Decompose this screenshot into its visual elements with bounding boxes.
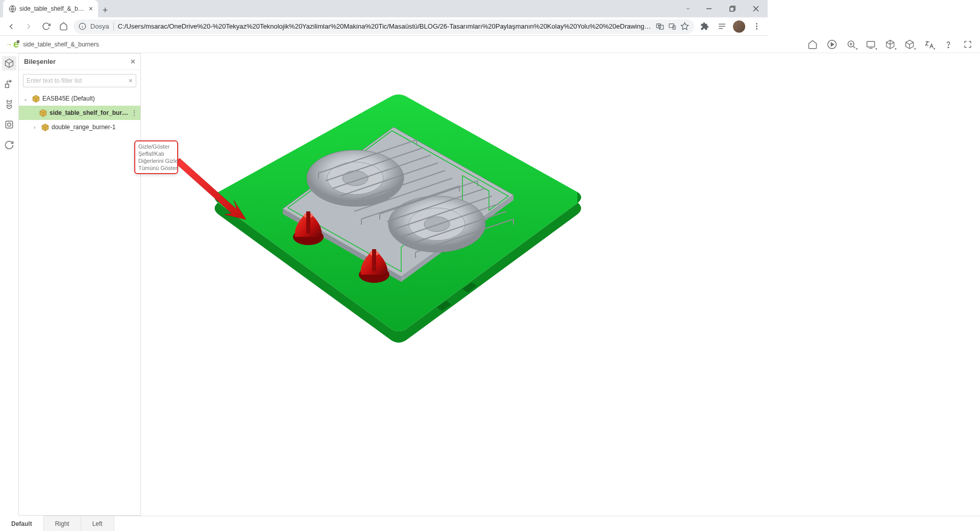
- close-panel-icon[interactable]: ×: [131, 57, 135, 66]
- assembly-icon: [31, 94, 40, 103]
- explode-tool-button[interactable]: [2, 97, 16, 111]
- send-to-devices-icon[interactable]: [668, 22, 676, 31]
- new-tab-button[interactable]: +: [98, 3, 112, 17]
- part-icon: [40, 123, 50, 132]
- svg-rect-29: [6, 121, 12, 128]
- svg-rect-9: [659, 25, 664, 29]
- tree-item-label: double_range_burner-1: [52, 124, 137, 131]
- edrawings-logo: →e: [5, 38, 19, 50]
- collapse-icon[interactable]: ⌄: [22, 96, 29, 102]
- svg-point-18: [756, 28, 757, 30]
- panel-title: Bileşenler: [24, 58, 56, 65]
- rotate-tool-button[interactable]: [2, 138, 16, 152]
- viewer-body: Bileşenler × × ⌄ EASB45E (Default) side_…: [0, 53, 768, 417]
- browser-titlebar: side_table_shelf_&_burners.html × +: [0, 0, 768, 17]
- home-button[interactable]: [56, 19, 70, 34]
- browser-address-bar: Dosya C:/Users/msarac/OneDrive%20-%20Tek…: [0, 17, 768, 36]
- reading-list-icon[interactable]: [715, 19, 729, 34]
- globe-icon: [8, 5, 16, 13]
- bookmark-icon[interactable]: [680, 22, 689, 31]
- browser-tab[interactable]: side_table_shelf_&_burners.html ×: [3, 0, 98, 17]
- panel-header: Bileşenler ×: [19, 54, 140, 70]
- left-toolstrip: [0, 53, 18, 417]
- tree-item-label: side_table_shelf_for_burner-1: [50, 109, 129, 116]
- svg-point-30: [8, 123, 11, 127]
- row-more-icon[interactable]: ⋮: [131, 109, 137, 116]
- tree-row[interactable]: › double_range_burner-1: [19, 120, 140, 134]
- 3d-canvas[interactable]: [141, 53, 768, 417]
- tree-row-selected[interactable]: side_table_shelf_for_burner-1 ⋮: [19, 106, 140, 120]
- document-title: side_table_shelf_&_burners: [23, 41, 99, 48]
- svg-rect-28: [6, 84, 9, 88]
- url-prefix: Dosya: [90, 22, 109, 30]
- filter-input[interactable]: [27, 77, 129, 84]
- components-panel-button[interactable]: [2, 56, 16, 70]
- tree-root-row[interactable]: ⌄ EASB45E (Default): [19, 91, 140, 106]
- profile-avatar[interactable]: [732, 19, 746, 34]
- extensions-icon[interactable]: [697, 19, 712, 34]
- viewer-header: →e side_table_shelf_&_burners ▾ ▾ ▾ ▾ ▾: [0, 36, 768, 53]
- reload-button[interactable]: [39, 19, 53, 34]
- svg-point-36: [424, 217, 450, 232]
- svg-rect-2: [730, 7, 734, 11]
- url-text: C:/Users/msarac/OneDrive%20-%20Tekyaz%20…: [118, 22, 652, 30]
- back-button[interactable]: [4, 19, 18, 34]
- markup-tool-button[interactable]: [2, 77, 16, 91]
- tree-root-label: EASB45E (Default): [42, 95, 137, 102]
- clear-filter-icon[interactable]: ×: [129, 77, 133, 85]
- part-icon: [38, 108, 47, 117]
- components-panel: Bileşenler × × ⌄ EASB45E (Default) side_…: [18, 53, 141, 417]
- close-tab-icon[interactable]: ×: [89, 5, 93, 13]
- 3d-model-render: [197, 84, 590, 354]
- minimize-button[interactable]: [697, 0, 721, 17]
- tab-search-icon[interactable]: [679, 0, 697, 17]
- edrawings-viewer: →e side_table_shelf_&_burners ▾ ▾ ▾ ▾ ▾ …: [0, 36, 768, 417]
- context-menu: Gizle/Göster Şeffaf/Katı Diğerlerini Giz…: [134, 140, 178, 174]
- component-tree: ⌄ EASB45E (Default) side_table_shelf_for…: [19, 91, 140, 134]
- ctx-item-hide-others[interactable]: Diğerlerini Gizle: [137, 157, 175, 164]
- separator: [113, 22, 114, 31]
- filter-input-wrapper[interactable]: ×: [23, 74, 136, 87]
- expand-icon[interactable]: ›: [31, 125, 38, 130]
- forward-button[interactable]: [21, 19, 36, 34]
- ctx-item-hide-show[interactable]: Gizle/Göster: [137, 143, 175, 150]
- svg-point-17: [756, 26, 757, 27]
- info-icon: [79, 22, 86, 30]
- window-controls: [679, 0, 768, 17]
- maximize-button[interactable]: [721, 0, 744, 17]
- omnibox[interactable]: Dosya C:/Users/msarac/OneDrive%20-%20Tek…: [74, 19, 694, 34]
- svg-marker-12: [681, 22, 688, 29]
- ctx-item-show-all[interactable]: Tümünü Göster: [137, 164, 175, 172]
- section-tool-button[interactable]: [2, 117, 16, 132]
- close-window-button[interactable]: [744, 0, 768, 17]
- tab-title: side_table_shelf_&_burners.html: [19, 5, 86, 12]
- ctx-item-transparent-solid[interactable]: Şeffaf/Katı: [137, 150, 175, 157]
- translate-icon[interactable]: [656, 22, 664, 31]
- svg-point-16: [756, 23, 757, 25]
- kebab-menu-icon[interactable]: [749, 19, 764, 34]
